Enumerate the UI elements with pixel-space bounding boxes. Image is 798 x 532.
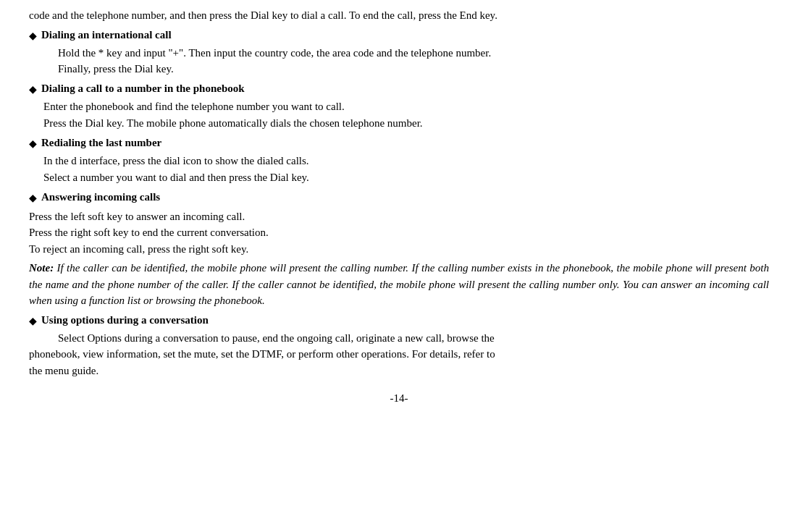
section-dialing-international: ◆ Dialing an international call Hold the… (29, 27, 769, 77)
note-section: Note: If the caller can be identified, t… (29, 260, 769, 309)
section-body-international: Hold the * key and input "+". Then input… (58, 45, 769, 77)
page-content: code and the telephone number, and then … (29, 7, 769, 407)
section-header-international: ◆ Dialing an international call (29, 27, 769, 43)
section-title-answering: Answering incoming calls (41, 189, 160, 206)
diamond-icon-2: ◆ (29, 82, 37, 97)
answering-line2: Press the right soft key to end the curr… (29, 224, 769, 241)
section-header-phonebook: ◆ Dialing a call to a number in the phon… (29, 80, 769, 97)
page-number: -14- (29, 390, 769, 407)
answering-line3: To reject an incoming call, press the ri… (29, 241, 769, 258)
section-title-options: Using options during a conversation (41, 312, 209, 329)
section-body-phonebook: Enter the phonebook and find the telepho… (43, 98, 769, 132)
section-header-redialing: ◆ Redialing the last number (29, 135, 769, 151)
phonebook-line2: Press the Dial key. The mobile phone aut… (43, 115, 769, 132)
note-text: If the caller can be identified, the mob… (29, 262, 769, 306)
options-line3: the menu guide. (29, 365, 98, 376)
redialing-line1: In the d interface, press the dial icon … (43, 153, 769, 169)
section-title-international: Dialing an international call (41, 27, 172, 43)
note-label: Note: (29, 262, 54, 274)
section-title-phonebook: Dialing a call to a number in the phoneb… (41, 80, 245, 97)
options-line2: phonebook, view information, set the mut… (29, 348, 495, 360)
section-header-options: ◆ Using options during a conversation (29, 312, 769, 329)
redialing-line2: Select a number you want to dial and the… (43, 169, 769, 186)
phonebook-line1: Enter the phonebook and find the telepho… (43, 98, 769, 115)
section-header-answering: ◆ Answering incoming calls (29, 189, 769, 206)
section-body-redialing: In the d interface, press the dial icon … (43, 153, 769, 186)
diamond-icon-5: ◆ (29, 313, 37, 329)
international-line2: Finally, press the Dial key. (58, 63, 174, 75)
answering-body: Press the left soft key to answer an inc… (29, 208, 769, 258)
section-body-options: Select Options during a conversation to … (29, 330, 769, 379)
diamond-icon-3: ◆ (29, 136, 37, 151)
section-title-redialing: Redialing the last number (41, 135, 161, 151)
section-dialing-phonebook: ◆ Dialing a call to a number in the phon… (29, 80, 769, 132)
intro-text: code and the telephone number, and then … (29, 7, 769, 24)
section-answering: ◆ Answering incoming calls (29, 189, 769, 206)
section-using-options: ◆ Using options during a conversation Se… (29, 312, 769, 379)
options-line1: Select Options during a conversation to … (58, 330, 769, 347)
section-redialing: ◆ Redialing the last number In the d int… (29, 135, 769, 186)
international-line1: Hold the * key and input "+". Then input… (58, 47, 491, 59)
diamond-icon-1: ◆ (29, 28, 37, 43)
answering-line1: Press the left soft key to answer an inc… (29, 208, 769, 225)
diamond-icon-4: ◆ (29, 190, 37, 206)
